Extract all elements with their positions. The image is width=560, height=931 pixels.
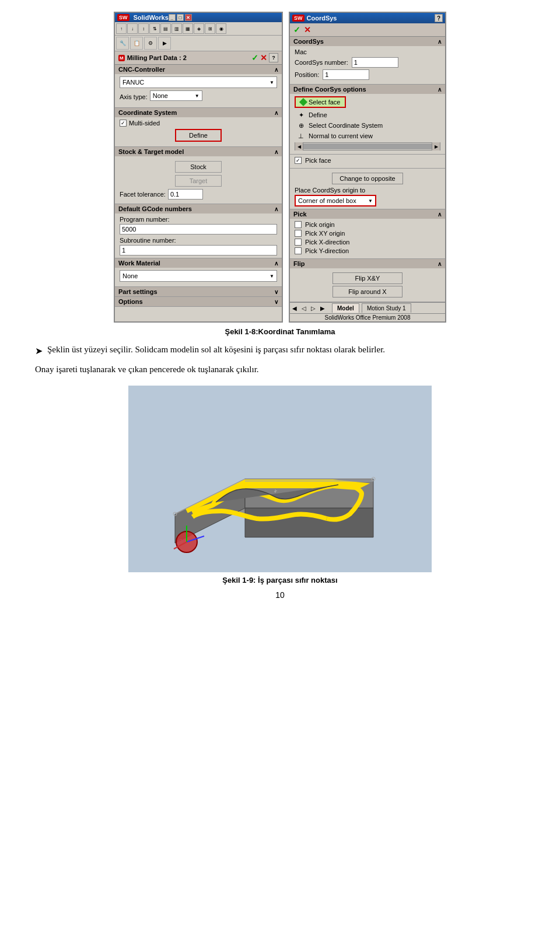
sw-material-header[interactable]: Work Material ∧ xyxy=(115,258,282,268)
cs-scroll-right-btn[interactable]: ▶ xyxy=(432,142,440,150)
solidworks-panel: SW SolidWorks _ □ ✕ ↑ ↓ ↕ ⇅ ▤ ▥ ▦ ◈ ⊞ xyxy=(114,12,283,323)
cs-accept-btn[interactable]: ✓ xyxy=(293,25,300,34)
cs-pick-xdir-label: Pick X-direction xyxy=(305,239,349,246)
cs-define-item[interactable]: ✦ Define xyxy=(295,110,440,120)
cs-statusbar: ◀ ◁ ▷ ▶ Model Motion Study 1 xyxy=(290,302,445,313)
cs-title: CoordSys xyxy=(307,15,337,22)
cs-select-coord-item[interactable]: ⊕ Select Coordinate System xyxy=(295,120,440,131)
sw-toolbar-btn-5[interactable]: ▤ xyxy=(160,23,171,34)
sw-toolbar-btn-7[interactable]: ▦ xyxy=(183,23,193,34)
cs-reject-btn[interactable]: ✕ xyxy=(304,25,311,34)
sw-fanuc-dropdown[interactable]: FANUC ▼ xyxy=(120,76,277,88)
sw-partsettings-header[interactable]: Part settings ∨ xyxy=(115,287,282,296)
sw-axis-dropdown[interactable]: None ▼ xyxy=(150,90,202,101)
cs-flip-header[interactable]: Flip ∧ xyxy=(290,259,445,268)
sw-help-btn[interactable]: ? xyxy=(269,53,278,62)
sw-reject-btn[interactable]: ✕ xyxy=(260,53,267,62)
sw-toolbar-btn-1[interactable]: ↑ xyxy=(116,23,127,34)
sw-target-button[interactable]: Target xyxy=(175,175,222,187)
cs-pick-xy-row: Pick XY origin xyxy=(295,230,440,237)
cs-pick-xdir-checkbox[interactable] xyxy=(295,239,302,246)
cs-pick-face-checkbox[interactable]: ✓ xyxy=(295,157,302,164)
sw-maximize-btn[interactable]: □ xyxy=(177,14,184,21)
cs-change-opposite-btn[interactable]: Change to opposite xyxy=(332,173,402,184)
cs-pick-header[interactable]: Pick ∧ xyxy=(290,209,445,219)
sw-subroutine-input[interactable] xyxy=(120,245,277,256)
cs-flip-around-x-btn[interactable]: Flip around X xyxy=(332,286,402,298)
cs-scroll-left-btn[interactable]: ◀ xyxy=(295,142,303,150)
sw-stock-button[interactable]: Stock xyxy=(175,161,222,173)
para1: ➤ Şeklin üst yüzeyi seçilir. Solidcam mo… xyxy=(35,343,525,358)
cs-select-face-btn[interactable]: Select face xyxy=(295,96,346,108)
sw-stock-section: Stock & Target model ∧ Stock Target Face… xyxy=(115,147,282,204)
cs-origin-dropdown[interactable]: Corner of model box ▼ xyxy=(295,195,376,206)
sw-toolbar-btn-10[interactable]: ◉ xyxy=(216,23,226,34)
sw-coordsys-header[interactable]: Coordinate System ∧ xyxy=(115,108,282,117)
cs-pick-label: Pick xyxy=(293,211,307,218)
para1-arrow: ➤ xyxy=(35,344,43,358)
sw-logo: SW xyxy=(117,14,130,21)
sw-material-chevron: ∧ xyxy=(274,260,278,267)
cs-pick-face-checkbox-row: ✓ Pick face xyxy=(295,157,440,164)
cs-position-label: Position: xyxy=(295,71,319,78)
cs-motion-tab[interactable]: Motion Study 1 xyxy=(362,303,411,313)
cs-coordsys-chevron: ∧ xyxy=(438,38,442,45)
sw-toolbar-btn-2[interactable]: ↓ xyxy=(127,23,138,34)
sw-define-button[interactable]: Define xyxy=(175,129,222,142)
cs-mac-row: Mac xyxy=(295,48,440,55)
sw-facet-row: Facet tolerance: xyxy=(120,189,277,200)
cs-scrollbar[interactable]: ◀ ▶ xyxy=(295,142,440,150)
sw-cnc-content: FANUC ▼ Axis type: None ▼ xyxy=(115,74,282,107)
cs-pick-xy-checkbox[interactable] xyxy=(295,230,302,237)
sw-tool-icon-4[interactable]: ▶ xyxy=(158,37,171,50)
cs-pick-ydir-checkbox[interactable] xyxy=(295,247,302,254)
sw-program-input[interactable] xyxy=(120,224,277,235)
sw-tool-icon-1[interactable]: 🔧 xyxy=(116,37,129,50)
sw-toolbar-btn-6[interactable]: ▥ xyxy=(172,23,182,34)
cs-define-item-label: Define xyxy=(309,111,327,118)
sw-multisided-checkbox[interactable]: ✓ xyxy=(120,120,127,127)
figure1-caption: Şekil 1-8:Koordinat Tanımlama xyxy=(23,327,537,336)
sw-material-dropdown[interactable]: None ▼ xyxy=(120,270,277,282)
sw-material-section: Work Material ∧ None ▼ xyxy=(115,258,282,287)
sw-milling-icon: M xyxy=(118,55,125,61)
sw-cnc-header[interactable]: CNC-Controller ∧ xyxy=(115,65,282,74)
para2-text: Onay işareti tuşlanarak ve çıkan pencere… xyxy=(35,363,259,376)
cs-pick-origin-checkbox[interactable] xyxy=(295,221,302,228)
cs-diamond-icon xyxy=(299,98,307,106)
part-image-container xyxy=(23,386,537,572)
cs-pick-face-row: ✓ Pick face xyxy=(290,155,445,169)
sw-tool-icon-2[interactable]: 📋 xyxy=(130,37,143,50)
sw-accept-btn[interactable]: ✓ xyxy=(251,53,258,62)
cs-normal-item[interactable]: ⊥ Normal to current view xyxy=(295,131,440,141)
sw-toolbar-btn-3[interactable]: ↕ xyxy=(138,23,149,34)
cs-coordsys-section-header[interactable]: CoordSys ∧ xyxy=(290,37,445,46)
cs-define-icon: ✦ xyxy=(297,111,305,119)
sw-facet-input[interactable] xyxy=(168,189,203,200)
sw-close-btn[interactable]: ✕ xyxy=(185,14,192,21)
cs-normal-icon: ⊥ xyxy=(297,132,305,140)
sw-gcode-header[interactable]: Default GCode numbers ∧ xyxy=(115,204,282,214)
sw-coordsys-section: Coordinate System ∧ ✓ Multi-sided Define xyxy=(115,108,282,147)
cs-position-input[interactable] xyxy=(323,69,369,80)
cs-pick-origin-label: Pick origin xyxy=(305,221,335,228)
cs-flip-xy-btn[interactable]: Flip X&Y xyxy=(332,272,402,284)
sw-axis-row: Axis type: None ▼ xyxy=(120,90,277,103)
sw-toolbar-btn-9[interactable]: ⊞ xyxy=(205,23,215,34)
sw-tool-icon-3[interactable]: ⚙ xyxy=(144,37,157,50)
cs-number-input[interactable] xyxy=(352,57,398,68)
para1-text: Şeklin üst yüzeyi seçilir. Solidcam mode… xyxy=(47,343,385,356)
sw-material-arrow: ▼ xyxy=(270,274,274,279)
cs-origin-arrow: ▼ xyxy=(368,198,373,204)
cs-panel-header: ✓ ✕ xyxy=(290,23,445,37)
sw-toolbar-btn-8[interactable]: ◈ xyxy=(194,23,204,34)
cs-define-section-header[interactable]: Define CoorSys options ∧ xyxy=(290,85,445,94)
sw-minimize-btn[interactable]: _ xyxy=(169,14,176,21)
cs-model-tab[interactable]: Model xyxy=(332,303,359,313)
sw-stock-header[interactable]: Stock & Target model ∧ xyxy=(115,147,282,156)
cs-help-btn[interactable]: ? xyxy=(435,14,443,22)
sw-multisided-label: Multi-sided xyxy=(129,120,160,127)
sw-coordsys-content: ✓ Multi-sided Define xyxy=(115,117,282,146)
sw-toolbar-btn-4[interactable]: ⇅ xyxy=(149,23,160,34)
sw-options-header[interactable]: Options ∨ xyxy=(115,297,282,306)
